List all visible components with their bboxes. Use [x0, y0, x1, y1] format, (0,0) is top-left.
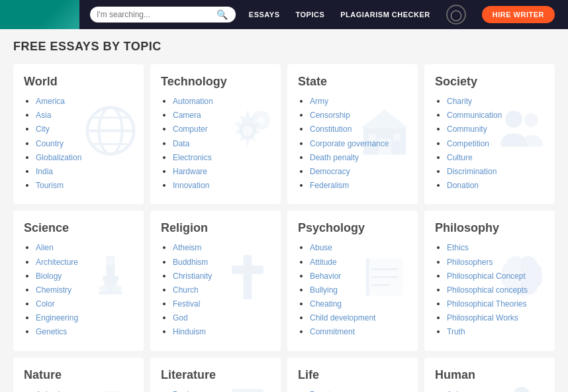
topic-link-culture[interactable]: Culture: [447, 153, 473, 162]
topic-link-books[interactable]: Books: [173, 390, 195, 392]
list-item: Federalism: [310, 179, 407, 192]
topic-link-innovation[interactable]: Innovation: [173, 181, 209, 190]
topic-link-christianity[interactable]: Christianity: [173, 271, 212, 281]
topic-link-donation[interactable]: Donation: [447, 181, 479, 190]
topic-card-life: LifeBeautyChangeChoiceDevelopmentDifficu…: [287, 358, 418, 392]
topic-link-computer[interactable]: Computer: [173, 124, 208, 134]
topic-link-church[interactable]: Church: [173, 285, 199, 295]
list-item: Philosophical concepts: [447, 284, 544, 297]
topic-link-architecture[interactable]: Architecture: [36, 258, 78, 267]
topic-link-philosophical-concept[interactable]: Philosophical Concept: [447, 271, 526, 281]
topic-link-animal[interactable]: Animal: [36, 390, 60, 392]
topic-link-ethics[interactable]: Ethics: [447, 243, 469, 252]
topic-card-philosophy: PhilosophyEthicsPhilosophersPhilosophica…: [424, 211, 555, 350]
topic-link-hardware[interactable]: Hardware: [173, 167, 207, 176]
topic-link-data[interactable]: Data: [173, 139, 189, 148]
topic-link-child-development[interactable]: Child development: [310, 313, 375, 322]
list-item: Community: [447, 123, 544, 136]
topic-link-philosophical-concepts[interactable]: Philosophical concepts: [447, 285, 528, 295]
topic-link-aging[interactable]: Aging: [447, 390, 467, 392]
topic-link-asia[interactable]: Asia: [36, 111, 51, 120]
search-input[interactable]: [97, 10, 215, 19]
topic-link-camera[interactable]: Camera: [173, 111, 201, 120]
topic-link-philosophical-works[interactable]: Philosophical Works: [447, 313, 518, 322]
hire-writer-button[interactable]: HIRE WRITER: [482, 6, 555, 23]
topic-link-beauty[interactable]: Beauty: [310, 390, 334, 392]
list-item: Child development: [310, 312, 407, 324]
list-item: Army: [310, 95, 407, 108]
topic-title-philosophy: Philosophy: [435, 221, 544, 235]
topic-title-literature: Literature: [161, 368, 270, 382]
topic-link-competition[interactable]: Competition: [447, 139, 489, 148]
topic-link-country[interactable]: Country: [36, 139, 64, 148]
topic-link-discrimination[interactable]: Discrimination: [447, 167, 497, 176]
topic-link-democracy[interactable]: Democracy: [310, 167, 350, 176]
topic-list-psychology: AbuseAttitudeBehaviorBullyingCheatingChi…: [298, 242, 407, 338]
list-item: Truth: [447, 326, 544, 338]
topic-link-genetics[interactable]: Genetics: [36, 327, 67, 336]
topic-link-hinduism[interactable]: Hinduism: [173, 327, 206, 336]
nav-topics[interactable]: TOPICS: [295, 11, 324, 19]
topic-link-corporate-governance[interactable]: Corporate governance: [310, 139, 389, 148]
topic-link-festival[interactable]: Festival: [173, 299, 200, 309]
list-item: Chemistry: [36, 284, 133, 297]
topic-link-philosophers[interactable]: Philosophers: [447, 258, 493, 267]
topic-card-literature: LiteratureBooksCharacterGreek mythologyL…: [150, 358, 281, 392]
topic-link-biology[interactable]: Biology: [36, 271, 62, 281]
topic-link-death-penalty[interactable]: Death penalty: [310, 153, 359, 162]
topic-card-society: SocietyCharityCommunicationCommunityComp…: [424, 64, 555, 204]
topic-list-literature: BooksCharacterGreek mythologyLiterary Ge…: [161, 389, 270, 392]
list-item: Communication: [447, 109, 544, 122]
list-item: Data: [173, 138, 270, 150]
topic-link-engineering[interactable]: Engineering: [36, 313, 78, 322]
list-item: Commitment: [310, 326, 407, 338]
topic-link-federalism[interactable]: Federalism: [310, 181, 349, 190]
topic-link-behavior[interactable]: Behavior: [310, 271, 341, 281]
topic-link-community[interactable]: Community: [447, 124, 487, 134]
topic-link-truth[interactable]: Truth: [447, 327, 465, 336]
topic-link-censorship[interactable]: Censorship: [310, 111, 350, 120]
topic-card-world: WorldAmericaAsiaCityCountryGlobalization…: [13, 64, 144, 204]
topic-card-psychology: PsychologyAbuseAttitudeBehaviorBullyingC…: [287, 211, 418, 350]
nav-essays[interactable]: ESSAYS: [249, 11, 280, 19]
list-item: Tourism: [36, 179, 133, 192]
topic-link-attitude[interactable]: Attitude: [310, 258, 337, 267]
topic-list-religion: AtheismBuddhismChristianityChurchFestiva…: [161, 242, 270, 338]
list-item: Charity: [447, 95, 544, 108]
list-item: Hardware: [173, 166, 270, 178]
topic-link-tourism[interactable]: Tourism: [36, 181, 64, 190]
topic-link-atheism[interactable]: Atheism: [173, 243, 201, 252]
topic-title-society: Society: [435, 75, 544, 89]
topic-link-communication[interactable]: Communication: [447, 111, 502, 120]
topic-link-philosophical-theories[interactable]: Philosophical Theories: [447, 299, 527, 309]
topic-link-electronics[interactable]: Electronics: [173, 153, 212, 162]
search-button[interactable]: 🔍: [215, 9, 229, 20]
user-icon[interactable]: ◯: [446, 5, 466, 24]
topic-link-constitution[interactable]: Constitution: [310, 124, 352, 134]
topic-title-psychology: Psychology: [298, 221, 407, 235]
topic-link-charity[interactable]: Charity: [447, 97, 472, 106]
topic-link-commitment[interactable]: Commitment: [310, 327, 355, 336]
topic-link-abuse[interactable]: Abuse: [310, 243, 332, 252]
topic-title-life: Life: [298, 368, 407, 382]
topic-link-america[interactable]: America: [36, 97, 65, 106]
nav-plagiarism[interactable]: PLAGIARISM CHECKER: [340, 11, 430, 19]
topic-list-world: AmericaAsiaCityCountryGlobalizationIndia…: [24, 95, 133, 192]
list-item: Globalization: [36, 152, 133, 164]
topic-link-india[interactable]: India: [36, 167, 53, 176]
topic-link-city[interactable]: City: [36, 124, 50, 134]
topic-link-buddhism[interactable]: Buddhism: [173, 258, 208, 267]
topic-link-cheating[interactable]: Cheating: [310, 299, 342, 309]
list-item: Constitution: [310, 123, 407, 136]
topic-link-army[interactable]: Army: [310, 97, 328, 106]
topic-link-color[interactable]: Color: [36, 299, 55, 309]
list-item: Philosophical Works: [447, 312, 544, 324]
topic-link-chemistry[interactable]: Chemistry: [36, 285, 71, 295]
topic-link-globalization[interactable]: Globalization: [36, 153, 81, 162]
topic-link-alien[interactable]: Alien: [36, 243, 54, 252]
topic-link-bullying[interactable]: Bullying: [310, 285, 338, 295]
topic-list-life: BeautyChangeChoiceDevelopmentDifficultie…: [298, 389, 407, 392]
list-item: Culture: [447, 152, 544, 164]
topic-link-automation[interactable]: Automation: [173, 97, 213, 106]
topic-link-god[interactable]: God: [173, 313, 188, 322]
